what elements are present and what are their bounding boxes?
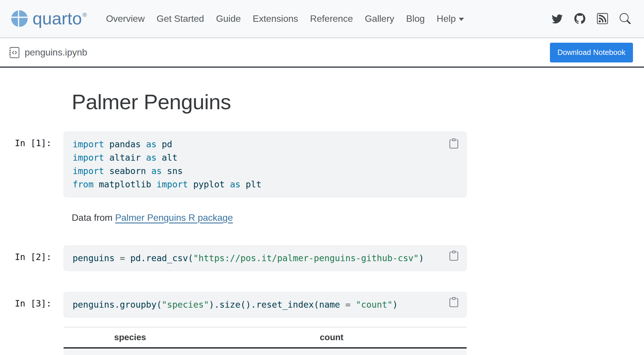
main-nav: Overview Get Started Guide Extensions Re… [106,13,464,24]
page-title: Palmer Penguins [72,88,644,116]
copy-code-button[interactable] [449,250,459,261]
nav-item-gallery[interactable]: Gallery [365,13,394,24]
notebook-filename: penguins.ipynb [25,47,87,58]
navbar-icon-group [552,13,631,24]
quarto-logo-icon [10,10,28,28]
registered-mark: ® [82,12,87,18]
nav-item-extensions[interactable]: Extensions [253,13,298,24]
brand-wordmark: quarto® [33,10,87,27]
code-cell-3: In [3]: penguins.groupby("species").size… [15,292,644,318]
nav-item-reference[interactable]: Reference [310,13,353,24]
data-note-prefix: Data from [72,212,115,223]
nav-item-overview[interactable]: Overview [106,13,145,24]
table-row [64,349,467,355]
clipboard-icon [449,139,459,148]
code-block: penguins.groupby("species").size().reset… [64,292,467,318]
top-navbar: quarto® Overview Get Started Guide Exten… [0,0,644,38]
code-cell-2: In [2]: penguins = pd.read_csv("https://… [15,245,644,271]
notebook-file-bar: penguins.ipynb Download Notebook [0,38,644,68]
search-icon[interactable] [620,13,631,24]
code-content: penguins = pd.read_csv("https://pos.it/p… [73,252,446,265]
output-table: species count [64,327,467,355]
nav-item-get-started[interactable]: Get Started [156,13,204,24]
rss-icon[interactable] [597,13,608,24]
code-content: import pandas as pdimport altair as alti… [73,138,446,191]
nav-item-help-label: Help [437,13,456,24]
cell-execution-label: In [3]: [15,292,64,309]
clipboard-icon [449,251,459,261]
quarto-logo[interactable]: quarto® [10,10,87,28]
output-table-header: species count [64,327,467,349]
code-content: penguins.groupby("species").size().reset… [73,298,446,311]
journal-code-icon [9,46,20,59]
nav-item-guide[interactable]: Guide [216,13,241,24]
nav-item-blog[interactable]: Blog [406,13,425,24]
code-block: penguins = pd.read_csv("https://pos.it/p… [64,245,467,271]
notebook-article: Palmer Penguins In [1]: import pandas as… [0,88,644,355]
data-source-note: Data from Palmer Penguins R package [72,211,644,224]
code-block: import pandas as pdimport altair as alti… [64,132,467,197]
palmer-penguins-link[interactable]: Palmer Penguins R package [115,212,233,223]
twitter-icon[interactable] [552,13,563,24]
clipboard-icon [449,297,459,307]
nav-item-help[interactable]: Help [437,13,464,24]
column-header-species: species [64,332,197,342]
column-header-count: count [197,332,467,342]
chevron-down-icon [459,18,464,21]
github-icon[interactable] [574,13,585,24]
cell-execution-label: In [2]: [15,245,64,262]
copy-code-button[interactable] [449,297,459,307]
copy-code-button[interactable] [449,138,459,149]
notebook-file-meta: penguins.ipynb [9,46,87,59]
download-notebook-button[interactable]: Download Notebook [550,43,633,62]
code-cell-1: In [1]: import pandas as pdimport altair… [15,132,644,197]
cell-execution-label: In [1]: [15,132,64,148]
